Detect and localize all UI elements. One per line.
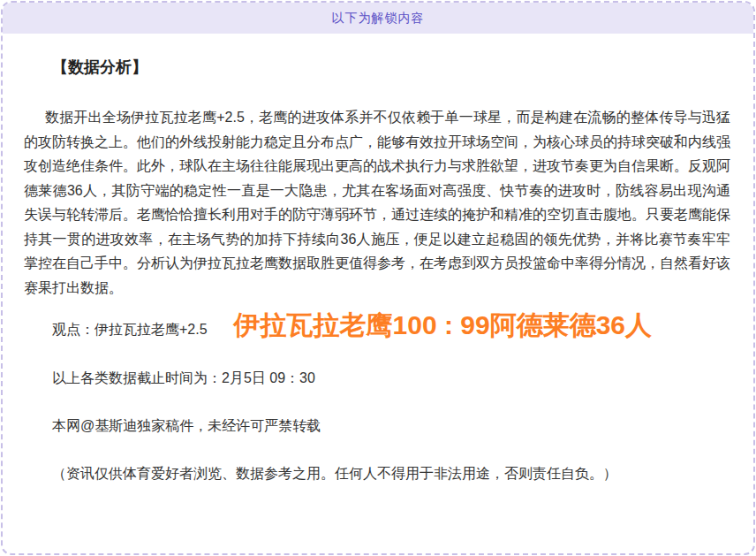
viewpoint-row: 观点：伊拉瓦拉老鹰+2.5 伊拉瓦拉老鹰100 : 99阿德莱德36人 [24, 310, 730, 340]
copyright-notice: 本网@基斯迪独家稿件，未经许可严禁转载 [24, 416, 730, 436]
unlocked-content-card: 以下为解锁内容 【数据分析】 数据开出全场伊拉瓦拉老鹰+2.5，老鹰的进攻体系并… [1, 1, 755, 555]
viewpoint-text: 观点：伊拉瓦拉老鹰+2.5 [52, 319, 208, 340]
disclaimer-text: （资讯仅供体育爱好者浏览、数据参考之用。任何人不得用于非法用途，否则责任自负。） [24, 464, 730, 484]
unlock-banner: 以下为解锁内容 [3, 3, 753, 34]
analysis-paragraph: 数据开出全场伊拉瓦拉老鹰+2.5，老鹰的进攻体系并不仅依赖于单一球星，而是构建在… [24, 105, 730, 300]
unlock-banner-label: 以下为解锁内容 [332, 11, 425, 27]
article-content: 【数据分析】 数据开出全场伊拉瓦拉老鹰+2.5，老鹰的进攻体系并不仅依赖于单一球… [3, 34, 753, 484]
score-highlight: 伊拉瓦拉老鹰100 : 99阿德莱德36人 [234, 310, 652, 340]
data-deadline-text: 以上各类数据截止时间为：2月5日 09：30 [24, 369, 730, 388]
section-title: 【数据分析】 [24, 57, 730, 79]
